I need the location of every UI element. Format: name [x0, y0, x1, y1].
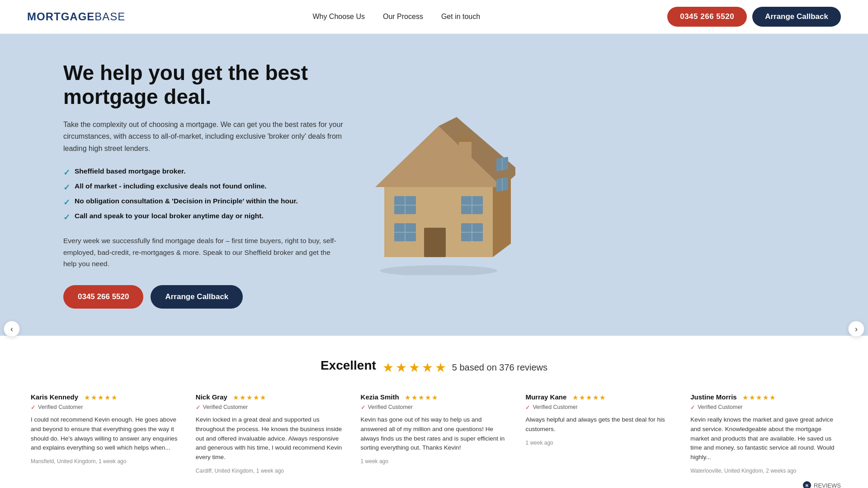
review-star: ★: [769, 394, 775, 402]
review-card-4: Justine Morris ★★★★★ ✓ Verified Customer…: [687, 393, 841, 474]
review-text: Always helpful and always gets the best …: [525, 415, 672, 434]
review-star: ★: [418, 394, 424, 402]
verified-badge: ✓ Verified Customer: [196, 404, 343, 411]
svg-rect-6: [458, 137, 473, 142]
hero-image: [344, 90, 533, 280]
review-star: ★: [432, 394, 438, 402]
hero-content: We help you get the best mortgage deal. …: [63, 61, 344, 309]
nav-why-choose-us[interactable]: Why Choose Us: [312, 13, 365, 21]
svg-text:R: R: [806, 483, 809, 488]
hero-callback-button[interactable]: Arrange Callback: [151, 285, 243, 309]
review-star: ★: [586, 394, 592, 402]
verified-text: Verified Customer: [533, 404, 577, 410]
reviews-section: Excellent ★ ★ ★ ★ ★ 5 based on 376 revie…: [0, 336, 868, 488]
verified-icon: ✓: [690, 404, 695, 411]
review-star: ★: [233, 394, 239, 402]
review-star: ★: [411, 394, 417, 402]
review-text: Kevin has gone out of his way to help us…: [361, 415, 508, 453]
review-star: ★: [98, 394, 104, 402]
check-icon-3: ✓: [63, 197, 70, 207]
verified-badge: ✓ Verified Customer: [361, 404, 508, 411]
navbar: MORTGAGEBASE Why Choose Us Our Process G…: [0, 0, 868, 34]
hero-section: We help you get the best mortgage deal. …: [0, 34, 868, 336]
star-5: ★: [435, 360, 446, 375]
verified-icon: ✓: [361, 404, 366, 411]
reviewer-name: Justine Morris: [690, 393, 737, 401]
review-star: ★: [104, 394, 110, 402]
hero-buttons: 0345 266 5520 Arrange Callback: [63, 285, 344, 309]
review-text: Kevin locked in a great deal and support…: [196, 415, 343, 463]
reviewer-header: Nick Gray ★★★★★: [196, 393, 343, 402]
reviewer-stars: ★★★★★: [742, 394, 775, 402]
reviewer-stars: ★★★★★: [84, 394, 117, 402]
review-star: ★: [572, 394, 578, 402]
reviewer-stars: ★★★★★: [405, 394, 438, 402]
hero-heading: We help you get the best mortgage deal.: [63, 61, 344, 109]
reviews-logo-text: REVIEWS: [814, 482, 841, 488]
reviewer-stars: ★★★★★: [572, 394, 605, 402]
hero-check-1: ✓ Sheffield based mortgage broker.: [63, 167, 344, 178]
hero-check-3: ✓ No obligation consultation & 'Decision…: [63, 197, 344, 207]
hero-subtitle: Take the complexity out of choosing a mo…: [63, 119, 344, 155]
review-star: ★: [260, 394, 266, 402]
nav-callback-button[interactable]: Arrange Callback: [752, 7, 841, 27]
verified-text: Verified Customer: [698, 404, 742, 410]
review-star: ★: [246, 394, 252, 402]
review-star: ★: [253, 394, 259, 402]
reviewer-header: Murray Kane ★★★★★: [525, 393, 672, 402]
reviews-header: Excellent ★ ★ ★ ★ ★ 5 based on 376 revie…: [27, 358, 841, 375]
hero-phone-button[interactable]: 0345 266 5520: [63, 285, 143, 309]
check-icon-2: ✓: [63, 183, 70, 192]
verified-icon: ✓: [31, 404, 36, 411]
nav-links: Why Choose Us Our Process Get in touch: [312, 13, 480, 21]
reviews-next-button[interactable]: ›: [848, 321, 864, 337]
reviewer-name: Nick Gray: [196, 393, 227, 401]
nav-actions: 0345 266 5520 Arrange Callback: [667, 7, 841, 27]
verified-icon: ✓: [196, 404, 201, 411]
reviewer-name: Kezia Smith: [361, 393, 399, 401]
nav-our-process[interactable]: Our Process: [383, 13, 423, 21]
review-star: ★: [742, 394, 748, 402]
reviewer-header: Justine Morris ★★★★★: [690, 393, 837, 402]
review-location: 1 week ago: [361, 458, 508, 465]
star-2: ★: [396, 360, 407, 375]
check-icon-1: ✓: [63, 168, 70, 178]
verified-badge: ✓ Verified Customer: [31, 404, 178, 411]
rating-text: 5 based on 376 reviews: [452, 362, 547, 372]
verified-text: Verified Customer: [203, 404, 248, 410]
review-text: I could not recommend Kevin enough. He g…: [31, 415, 178, 453]
logo-part1: MORTGAGE: [27, 10, 94, 23]
review-star: ★: [425, 394, 431, 402]
hero-check-4: ✓ Call and speak to your local broker an…: [63, 212, 344, 222]
reviews-footer: R REVIEWS: [27, 481, 841, 488]
review-card-2: Kezia Smith ★★★★★ ✓ Verified Customer Ke…: [357, 393, 511, 474]
reviewer-header: Karis Kennedy ★★★★★: [31, 393, 178, 402]
check-icon-4: ✓: [63, 212, 70, 222]
review-location: Mansfield, United Kingdom, 1 week ago: [31, 458, 178, 465]
review-star: ★: [593, 394, 599, 402]
review-star: ★: [749, 394, 755, 402]
verified-text: Verified Customer: [38, 404, 83, 410]
reviews-badge: R REVIEWS: [803, 481, 841, 488]
logo-part2: BASE: [94, 10, 125, 23]
hero-check-2: ✓ All of market - including exclusive de…: [63, 182, 344, 192]
hero-checklist: ✓ Sheffield based mortgage broker. ✓ All…: [63, 167, 344, 222]
review-star: ★: [240, 394, 245, 402]
logo: MORTGAGEBASE: [27, 10, 125, 23]
star-4: ★: [422, 360, 433, 375]
reviewer-name: Murray Kane: [525, 393, 566, 401]
reviewer-header: Kezia Smith ★★★★★: [361, 393, 508, 402]
review-star: ★: [579, 394, 585, 402]
review-star: ★: [599, 394, 605, 402]
star-1: ★: [382, 360, 394, 375]
reviewer-name: Karis Kennedy: [31, 393, 78, 401]
verified-badge: ✓ Verified Customer: [525, 404, 672, 411]
nav-phone-button[interactable]: 0345 266 5520: [667, 7, 747, 27]
excellent-label: Excellent: [321, 358, 376, 372]
review-star: ★: [405, 394, 410, 402]
reviews-prev-button[interactable]: ‹: [4, 321, 20, 337]
nav-get-in-touch[interactable]: Get in touch: [441, 13, 480, 21]
review-star: ★: [763, 394, 769, 402]
svg-rect-5: [459, 140, 472, 164]
house-illustration: [362, 94, 515, 275]
